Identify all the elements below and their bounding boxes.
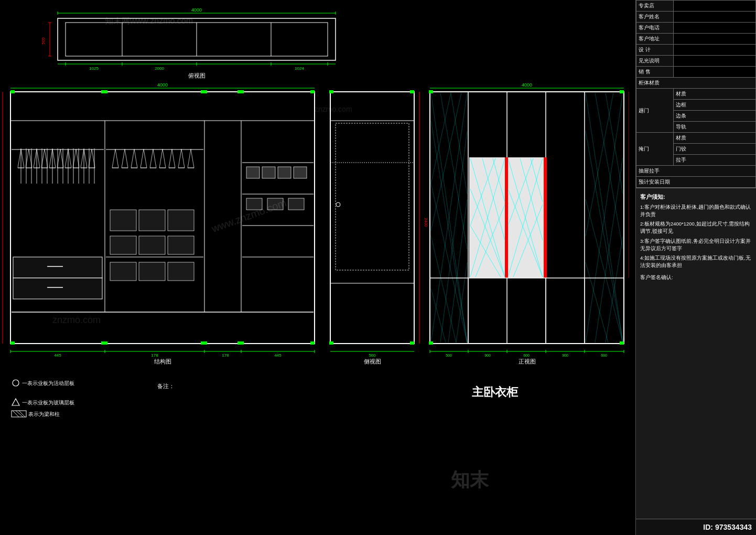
svg-rect-133	[310, 90, 315, 93]
svg-rect-90	[262, 167, 275, 178]
note-item-2: 2:板材规格为2400*1200,如超过此尺寸,需按结构调节,驳接可见	[640, 220, 752, 236]
svg-line-162	[440, 93, 467, 249]
svg-text:正视图: 正视图	[519, 358, 536, 365]
svg-marker-70	[141, 149, 147, 168]
svg-rect-142	[336, 123, 409, 270]
spec-label-sliding: 趟门	[636, 89, 674, 133]
svg-rect-26	[10, 92, 315, 121]
spec-value-shop	[673, 1, 755, 12]
spec-row-sales: 销 售	[636, 67, 756, 78]
svg-text:1024: 1024	[295, 66, 304, 71]
spec-label-phone: 客户电话	[636, 23, 674, 34]
spec-value-design	[673, 45, 755, 56]
spec-row-sliding-door: 趟门 材质	[636, 89, 756, 100]
svg-rect-101	[110, 210, 136, 231]
svg-rect-95	[288, 198, 304, 210]
svg-rect-150	[329, 90, 333, 93]
svg-rect-109	[168, 262, 194, 281]
spec-sublabel-edge: 边条	[673, 111, 755, 122]
spec-label-sales: 销 售	[636, 67, 674, 78]
note-footer: 客户签名确认:	[640, 274, 752, 281]
svg-rect-92	[294, 167, 307, 178]
svg-line-164	[431, 121, 467, 343]
customer-notes: 客户须知: 1:客户对柜体设计及柜体,趟门的颜色和款式确认并负责 2:板材规格为…	[636, 188, 756, 519]
svg-text:178: 178	[151, 353, 158, 358]
svg-rect-129	[10, 90, 15, 93]
svg-marker-74	[178, 149, 185, 168]
spec-sublabel-swing-mat: 材质	[673, 133, 755, 144]
svg-rect-186	[505, 157, 508, 278]
svg-rect-151	[410, 90, 414, 93]
svg-rect-108	[139, 262, 165, 281]
svg-marker-51	[57, 149, 63, 168]
spec-row-note: 见光说明	[636, 56, 756, 67]
spec-sublabel-material: 材质	[673, 89, 755, 100]
svg-rect-187	[544, 157, 547, 278]
svg-rect-223	[620, 90, 624, 93]
spec-row-design: 设 计	[636, 45, 756, 56]
svg-line-165	[431, 184, 467, 343]
svg-point-226	[13, 380, 19, 386]
svg-text:俯视图: 俯视图	[188, 72, 206, 79]
svg-rect-130	[101, 90, 107, 93]
svg-rect-107	[110, 262, 136, 281]
svg-marker-67	[112, 149, 118, 168]
svg-rect-106	[168, 236, 194, 254]
svg-rect-135	[101, 341, 107, 345]
note-item-3: 3:客户签字确认图纸前,务必完全明日设计方案并无异议后方可签字	[640, 238, 752, 253]
spec-label-install: 预计安装日期	[636, 177, 756, 188]
spec-label-shop: 专卖店	[636, 1, 674, 12]
zhimo-watermark-logo: 知末	[451, 467, 489, 493]
spec-row-swing-door: 掩门 材质	[636, 133, 756, 144]
svg-rect-136	[201, 341, 207, 345]
spec-value-addr	[673, 34, 755, 45]
svg-marker-72	[159, 149, 166, 168]
svg-text:备注：: 备注：	[157, 383, 175, 389]
svg-line-176	[606, 93, 623, 194]
svg-rect-91	[278, 167, 291, 178]
svg-text:600: 600	[601, 354, 607, 357]
svg-line-177	[586, 131, 623, 343]
svg-text:600: 600	[523, 354, 530, 357]
svg-text:4000: 4000	[191, 7, 202, 13]
spec-sublabel-handle: 拉手	[673, 155, 755, 166]
main-drawing-svg: 4000 1025 2000 1024 500	[0, 0, 629, 519]
svg-line-231	[13, 411, 19, 417]
svg-text:900: 900	[562, 354, 568, 357]
spec-sublabel-rail: 导轨	[673, 122, 755, 133]
svg-text:1025: 1025	[89, 66, 99, 71]
svg-rect-93	[246, 198, 262, 210]
svg-text:结构图: 结构图	[154, 358, 171, 365]
svg-rect-139	[330, 92, 414, 344]
notes-title: 客户须知:	[640, 192, 752, 201]
svg-marker-68	[122, 149, 128, 168]
id-badge: ID: 973534343	[636, 519, 756, 535]
svg-rect-225	[620, 341, 624, 345]
spec-value-name	[673, 12, 755, 23]
spec-value-sales	[673, 67, 755, 78]
svg-marker-71	[150, 149, 156, 168]
note-item-4: 4:如施工现场没有按照原方案施工或改动门板,无法安装的由客承担	[640, 254, 752, 270]
svg-marker-47	[26, 149, 32, 168]
spec-label-note: 见光说明	[636, 56, 674, 67]
svg-rect-153	[410, 341, 414, 345]
svg-rect-105	[139, 236, 165, 254]
svg-line-163	[451, 93, 467, 194]
note-item-1: 1:客户对柜体设计及柜体,趟门的颜色和款式确认并负责	[640, 204, 752, 219]
drawing-area: 知末网www.znzmo.com www.znzmo.com znzmo.com…	[0, 0, 635, 535]
svg-text:一表示业板为活动层板: 一表示业板为活动层板	[22, 380, 74, 386]
svg-rect-131	[201, 90, 207, 93]
svg-text:500: 500	[369, 353, 376, 358]
svg-rect-185	[507, 157, 545, 278]
svg-text:表示为梁和柱: 表示为梁和柱	[28, 411, 60, 417]
spec-label-addr: 客户地址	[636, 34, 674, 45]
svg-text:4000: 4000	[522, 82, 532, 88]
svg-marker-228	[12, 399, 19, 405]
svg-rect-138	[310, 341, 315, 345]
svg-rect-94	[267, 198, 283, 210]
svg-marker-53	[73, 149, 79, 168]
right-panel: 专卖店 客户姓名 客户电话 客户地址 设 计 见光说明	[635, 0, 756, 535]
svg-text:侧视图: 侧视图	[364, 358, 381, 365]
spec-row-shop: 专卖店	[636, 1, 756, 12]
svg-rect-152	[329, 341, 333, 345]
